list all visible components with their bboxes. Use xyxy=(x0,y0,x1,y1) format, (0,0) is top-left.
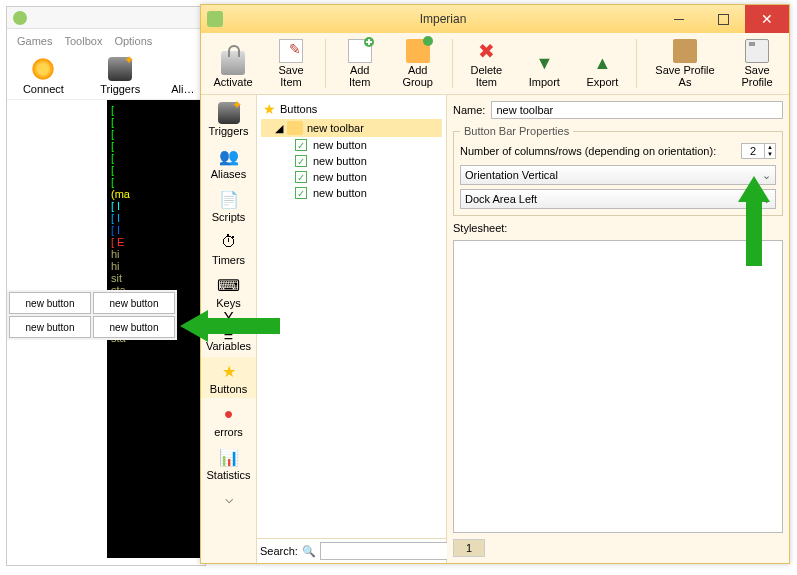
expand-icon[interactable]: ◢ xyxy=(275,122,283,135)
user-button[interactable]: new button xyxy=(9,316,91,338)
timers-icon: ⏱ xyxy=(218,231,240,253)
delete-icon xyxy=(474,39,498,63)
main-toolbar: Connect Triggers Ali… xyxy=(7,53,205,100)
star-icon: ★ xyxy=(218,360,240,382)
checkbox-icon[interactable]: ✓ xyxy=(295,155,307,167)
nav-buttons[interactable]: ★Buttons xyxy=(201,357,256,398)
app-icon xyxy=(13,11,27,25)
connect-icon xyxy=(31,57,55,81)
stylesheet-editor[interactable] xyxy=(453,240,783,533)
dock-combo[interactable]: Dock Area Left xyxy=(460,189,776,209)
lock-icon xyxy=(221,51,245,75)
search-icon: 🔍 xyxy=(302,545,316,558)
tree-group-new-toolbar[interactable]: ◢ new toolbar xyxy=(261,119,442,137)
fieldset-legend: Button Bar Properties xyxy=(460,125,573,137)
export-icon xyxy=(590,51,614,75)
editor-window: Imperian Activate Save Item Add Item Add… xyxy=(200,4,790,564)
star-icon: ★ xyxy=(263,101,276,117)
user-button[interactable]: new button xyxy=(9,292,91,314)
search-bar: Search: 🔍 ⌄ ▶ xyxy=(257,538,446,563)
nav-triggers[interactable]: Triggers xyxy=(201,99,256,140)
nav-timers[interactable]: ⏱Timers xyxy=(201,228,256,269)
import-icon xyxy=(532,51,556,75)
save-item-button[interactable]: Save Item xyxy=(265,37,317,90)
stats-icon: 📊 xyxy=(218,446,240,468)
aliases-icon: 👥 xyxy=(218,145,240,167)
minimize-button[interactable] xyxy=(657,5,701,33)
triggers-button[interactable]: Triggers xyxy=(92,57,149,95)
spin-up[interactable]: ▲ xyxy=(765,144,775,151)
add-item-button[interactable]: Add Item xyxy=(334,37,386,90)
aliases-icon xyxy=(171,57,195,81)
import-button[interactable]: Import xyxy=(518,49,570,90)
editor-title: Imperian xyxy=(229,12,657,26)
svg-marker-1 xyxy=(738,176,770,266)
error-icon: ● xyxy=(218,403,240,425)
chevron-down-icon[interactable]: ⌵ xyxy=(225,490,233,506)
tree-item[interactable]: ✓new button xyxy=(261,153,442,169)
properties-panel: Name: Button Bar Properties Number of co… xyxy=(447,95,789,563)
close-button[interactable] xyxy=(745,5,789,33)
save-as-icon xyxy=(673,39,697,63)
svg-marker-0 xyxy=(180,310,280,342)
export-button[interactable]: Export xyxy=(576,49,628,90)
connect-button[interactable]: Connect xyxy=(15,57,72,95)
triggers-icon xyxy=(218,102,240,124)
aliases-label: Ali… xyxy=(169,83,197,95)
name-input[interactable] xyxy=(491,101,783,119)
spin-down[interactable]: ▼ xyxy=(765,151,775,158)
tree-panel: ★ Buttons ◢ new toolbar ✓new button✓new … xyxy=(257,95,447,563)
nav-aliases[interactable]: 👥Aliases xyxy=(201,142,256,183)
user-toolbar: new button new button new button new but… xyxy=(7,290,177,340)
aliases-button[interactable]: Ali… xyxy=(169,57,197,95)
tree-item[interactable]: ✓new button xyxy=(261,185,442,201)
columns-spinbox[interactable]: ▲▼ xyxy=(741,143,776,159)
checkbox-icon[interactable]: ✓ xyxy=(295,171,307,183)
delete-item-button[interactable]: Delete Item xyxy=(460,37,512,90)
user-button[interactable]: new button xyxy=(93,292,175,314)
search-label: Search: xyxy=(260,545,298,557)
nav-scripts[interactable]: 📄Scripts xyxy=(201,185,256,226)
add-item-icon xyxy=(348,39,372,63)
nav-statistics[interactable]: 📊Statistics xyxy=(201,443,256,484)
annotation-arrow-up xyxy=(734,176,774,266)
save-profile-button[interactable]: Save Profile xyxy=(731,37,783,90)
add-group-button[interactable]: Add Group xyxy=(392,37,444,90)
annotation-arrow-left xyxy=(180,306,280,346)
menu-games[interactable]: Games xyxy=(17,35,52,47)
main-titlebar xyxy=(7,7,205,29)
name-label: Name: xyxy=(453,104,485,116)
checkbox-icon[interactable]: ✓ xyxy=(295,187,307,199)
maximize-button[interactable] xyxy=(701,5,745,33)
tree-item[interactable]: ✓new button xyxy=(261,137,442,153)
editor-app-icon xyxy=(207,11,223,27)
tree-item[interactable]: ✓new button xyxy=(261,169,442,185)
tree-root-buttons[interactable]: ★ Buttons xyxy=(261,99,442,119)
columns-input[interactable] xyxy=(742,144,764,158)
main-window: Games Toolbox Options Connect Triggers A… xyxy=(6,6,206,566)
floppy-icon xyxy=(745,39,769,63)
main-menubar: Games Toolbox Options xyxy=(7,29,205,53)
user-button[interactable]: new button xyxy=(93,316,175,338)
search-input[interactable] xyxy=(320,542,460,560)
add-group-icon xyxy=(406,39,430,63)
folder-icon xyxy=(287,121,303,135)
orientation-combo[interactable]: Orientation Vertical xyxy=(460,165,776,185)
activate-button[interactable]: Activate xyxy=(207,49,259,90)
page-indicator: 1 xyxy=(453,539,485,557)
triggers-label: Triggers xyxy=(92,83,149,95)
triggers-icon xyxy=(108,57,132,81)
nav-errors[interactable]: ●errors xyxy=(201,400,256,441)
scripts-icon: 📄 xyxy=(218,188,240,210)
menu-options[interactable]: Options xyxy=(114,35,152,47)
keys-icon: ⌨ xyxy=(218,274,240,296)
checkbox-icon[interactable]: ✓ xyxy=(295,139,307,151)
save-profile-as-button[interactable]: Save Profile As xyxy=(645,37,725,90)
editor-toolbar: Activate Save Item Add Item Add Group De… xyxy=(201,33,789,95)
columns-label: Number of columns/rows (depending on ori… xyxy=(460,145,735,157)
connect-label: Connect xyxy=(15,83,72,95)
save-icon xyxy=(279,39,303,63)
menu-toolbox[interactable]: Toolbox xyxy=(64,35,102,47)
tree-view[interactable]: ★ Buttons ◢ new toolbar ✓new button✓new … xyxy=(257,95,446,538)
editor-titlebar[interactable]: Imperian xyxy=(201,5,789,33)
